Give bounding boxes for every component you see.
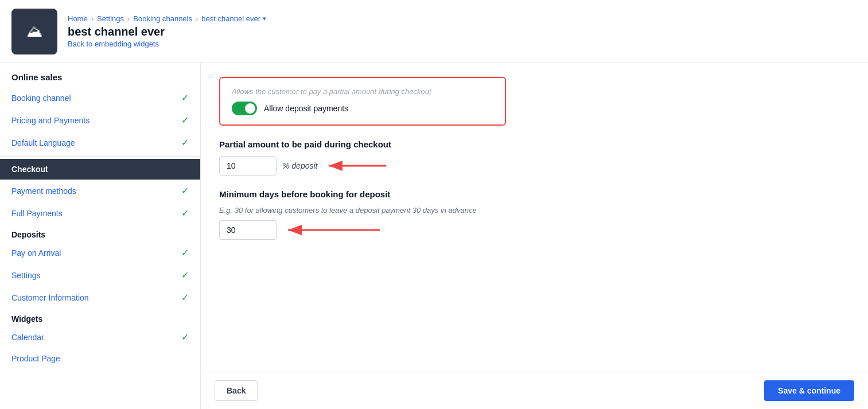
sidebar-item-default-language[interactable]: Default Language ✓	[0, 131, 200, 154]
toggle-label: Allow deposit payments	[264, 104, 348, 113]
days-value-input[interactable]	[219, 220, 277, 240]
check-icon: ✓	[181, 137, 189, 148]
deposit-description: Allows the customer to pay a partial amo…	[232, 87, 493, 96]
sidebar-section-online-sales: Online sales	[0, 63, 200, 87]
check-icon: ✓	[181, 247, 189, 258]
breadcrumb-home[interactable]: Home	[68, 14, 88, 23]
deposit-toggle-box: Allows the customer to pay a partial amo…	[219, 77, 506, 126]
deposit-suffix: % deposit	[282, 161, 317, 170]
logo: ⛰	[11, 9, 57, 54]
main-layout: Online sales Booking channel ✓ Pricing a…	[0, 63, 868, 409]
sidebar-item-booking-channel[interactable]: Booking channel ✓	[0, 87, 200, 109]
toggle-row: Allow deposit payments	[232, 102, 493, 115]
sidebar-item-pay-on-arrival[interactable]: Pay on Arrival ✓	[0, 241, 200, 264]
sidebar-item-customer-information[interactable]: Customer Information ✓	[0, 286, 200, 309]
header: ⛰ Home › Settings › Booking channels › b…	[0, 0, 868, 63]
sidebar-item-product-page[interactable]: Product Page	[0, 348, 200, 369]
breadcrumb: Home › Settings › Booking channels › bes…	[68, 14, 266, 23]
back-button[interactable]: Back	[215, 380, 258, 401]
sidebar-item-settings[interactable]: Settings ✓	[0, 264, 200, 286]
sidebar-item-pricing-payments[interactable]: Pricing and Payments ✓	[0, 109, 200, 131]
allow-deposit-toggle[interactable]	[232, 102, 257, 115]
back-to-widgets-link[interactable]: Back to embedding widgets	[68, 40, 266, 48]
days-helper-text: E.g. 30 for allowing customers to leave …	[219, 206, 850, 215]
toggle-slider	[232, 102, 257, 115]
breadcrumb-settings[interactable]: Settings	[97, 14, 124, 23]
check-icon: ✓	[181, 292, 189, 303]
footer-bar: Back Save & continue	[201, 372, 868, 409]
red-arrow-1	[323, 157, 392, 174]
section-min-days-title: Minimum days before booking for deposit	[219, 189, 850, 199]
logo-icon: ⛰	[26, 22, 42, 41]
check-icon: ✓	[181, 270, 189, 281]
breadcrumb-sep-3: ›	[196, 14, 198, 23]
sidebar-item-calendar[interactable]: Calendar ✓	[0, 326, 200, 348]
check-icon: ✓	[181, 185, 189, 196]
chevron-down-icon: ▾	[263, 15, 266, 22]
section-partial-amount-title: Partial amount to be paid during checkou…	[219, 139, 850, 149]
save-continue-button[interactable]: Save & continue	[764, 380, 854, 401]
red-arrow-2	[282, 221, 386, 239]
breadcrumb-current[interactable]: best channel ever ▾	[201, 14, 266, 23]
header-text: Home › Settings › Booking channels › bes…	[68, 14, 266, 48]
deposit-value-input[interactable]	[219, 156, 277, 176]
content-area: Allows the customer to pay a partial amo…	[201, 63, 868, 409]
breadcrumb-sep-1: ›	[91, 14, 94, 23]
breadcrumb-sep-2: ›	[127, 14, 130, 23]
sidebar-item-checkout[interactable]: Checkout	[0, 159, 200, 180]
check-icon: ✓	[181, 115, 189, 126]
check-icon: ✓	[181, 208, 189, 219]
breadcrumb-booking-channels[interactable]: Booking channels	[133, 14, 192, 23]
page-title: best channel ever	[68, 25, 266, 38]
check-icon: ✓	[181, 92, 189, 103]
days-input-row	[219, 220, 850, 240]
sidebar: Online sales Booking channel ✓ Pricing a…	[0, 63, 201, 409]
sidebar-section-widgets: Widgets	[0, 309, 200, 326]
check-icon: ✓	[181, 332, 189, 342]
sidebar-item-payment-methods[interactable]: Payment methods ✓	[0, 180, 200, 202]
deposit-input-row: % deposit	[219, 156, 850, 176]
sidebar-item-full-payments[interactable]: Full Payments ✓	[0, 202, 200, 224]
sidebar-section-deposits: Deposits	[0, 224, 200, 241]
